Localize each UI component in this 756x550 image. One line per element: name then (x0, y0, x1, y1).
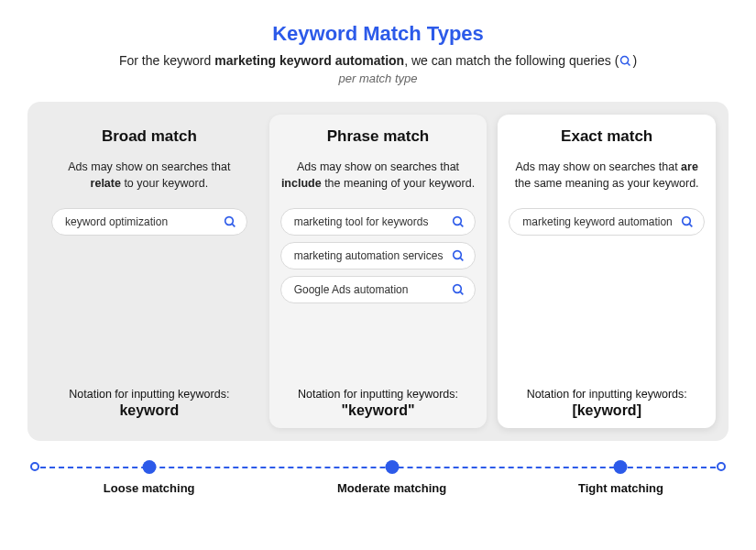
per-match-type-label: per match type (27, 72, 729, 85)
svg-point-8 (454, 285, 462, 293)
phrase-examples: marketing tool for keywords marketing au… (280, 208, 477, 375)
column-exact-match: Exact match Ads may show on searches tha… (498, 115, 716, 428)
svg-line-5 (460, 224, 463, 226)
broad-description: Ads may show on searches that relate to … (51, 159, 247, 192)
subtitle-close: ) (632, 53, 637, 68)
example-pill: marketing tool for keywords (280, 208, 477, 236)
svg-point-0 (621, 57, 629, 64)
search-icon (619, 54, 632, 68)
subtitle-prefix: For the keyword (119, 53, 214, 68)
example-pill: marketing automation services (280, 242, 477, 270)
svg-line-1 (628, 63, 630, 66)
scale-label-tight: Tight matching (578, 481, 663, 495)
svg-point-4 (454, 217, 462, 226)
phrase-notation-value: "keyword" (280, 402, 477, 419)
search-icon (451, 282, 466, 297)
column-phrase-match: Phrase match Ads may show on searches th… (269, 115, 488, 428)
svg-line-9 (460, 292, 463, 294)
exact-notation-value: [keyword] (509, 402, 705, 419)
scale-label-loose: Loose matching (104, 481, 195, 495)
svg-point-2 (225, 217, 233, 226)
subtitle: For the keyword marketing keyword automa… (27, 53, 729, 68)
svg-line-3 (232, 224, 235, 226)
exact-notation-label: Notation for inputting keywords: (509, 388, 705, 401)
svg-line-7 (460, 258, 463, 260)
example-text: Google Ads automation (294, 283, 409, 296)
example-text: keyword optimization (65, 215, 168, 228)
example-pill: marketing keyword automation (509, 208, 705, 236)
subtitle-suffix: , we can match the following queries ( (404, 53, 619, 68)
example-pill: keyword optimization (51, 208, 247, 236)
scale-dot-moderate (385, 460, 399, 474)
example-pill: Google Ads automation (280, 276, 477, 303)
search-icon (680, 214, 695, 229)
svg-point-10 (683, 217, 691, 226)
page-title: Keyword Match Types (27, 22, 729, 46)
scale-label-moderate: Moderate matching (337, 481, 446, 495)
broad-examples: keyword optimization (51, 208, 247, 375)
scale-endpoint-left (30, 462, 39, 471)
svg-point-6 (454, 251, 462, 259)
search-icon (451, 248, 466, 263)
scale-dot-loose (142, 460, 156, 474)
scale-endpoint-right (717, 462, 726, 471)
svg-line-11 (689, 224, 692, 226)
phrase-description: Ads may show on searches that include th… (280, 159, 477, 192)
phrase-heading: Phrase match (280, 127, 477, 146)
search-icon (223, 214, 237, 229)
exact-examples: marketing keyword automation (509, 208, 705, 375)
search-icon (451, 214, 466, 229)
scale-dot-tight (614, 460, 628, 474)
example-text: marketing automation services (294, 249, 444, 262)
broad-notation-value: keyword (51, 402, 247, 419)
broad-notation-label: Notation for inputting keywords: (51, 388, 247, 401)
example-text: marketing keyword automation (522, 215, 672, 228)
column-broad-match: Broad match Ads may show on searches tha… (40, 115, 258, 428)
matching-scale: Loose matching Moderate matching Tight m… (31, 461, 725, 500)
example-text: marketing tool for keywords (294, 215, 429, 228)
phrase-notation-label: Notation for inputting keywords: (280, 388, 477, 401)
subtitle-keyword: marketing keyword automation (214, 53, 404, 68)
exact-heading: Exact match (509, 127, 705, 146)
match-types-panel: Broad match Ads may show on searches tha… (27, 102, 729, 441)
broad-heading: Broad match (51, 127, 247, 146)
exact-description: Ads may show on searches that are the sa… (509, 159, 705, 192)
